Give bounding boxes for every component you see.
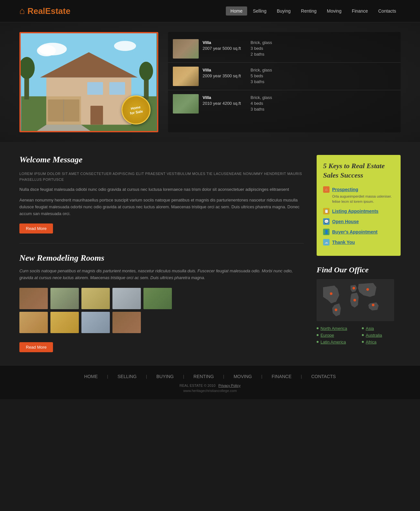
sidebar: 5 Keys to Real Estate Sales Success ⌂ Pr… — [317, 155, 401, 352]
listing-item[interactable]: Villa 2009 year 3500 sq.ft Brick, glass … — [168, 63, 401, 90]
listing-info-3: Villa 2010 year 4200 sq.ft Brick, glass … — [203, 95, 272, 113]
remodeling-thumb-1[interactable] — [19, 288, 48, 309]
divider — [19, 243, 304, 244]
footer-copy: REAL ESTATE © 2010 Privacy Policy — [19, 384, 401, 387]
footer-finance[interactable]: FINANCE — [267, 372, 296, 381]
footer: HOME | SELLING | BUYING | RENTING | MOVI… — [0, 365, 420, 399]
footer-contacts[interactable]: CONTACTS — [307, 372, 340, 381]
listing-link[interactable]: Listing Appointments — [332, 209, 378, 214]
key-item-openhouse: 💬 Open House — [323, 218, 394, 225]
nav-contacts[interactable]: Contacts — [374, 6, 401, 16]
office-north-america[interactable]: North America — [317, 326, 355, 331]
office-title: Find Our Office — [317, 266, 401, 274]
prospecting-icon: ⌂ — [323, 186, 330, 193]
welcome-para2: Aenean nonummy hendrerit maurihasellus p… — [19, 197, 304, 217]
welcome-title: Welcome Message — [19, 155, 304, 165]
svg-point-17 — [114, 41, 136, 51]
svg-point-23 — [353, 299, 356, 301]
footer-selling[interactable]: SELLING — [113, 372, 141, 381]
office-asia[interactable]: Asia — [362, 326, 401, 331]
footer-renting[interactable]: RENTING — [189, 372, 218, 381]
dot-icon — [362, 327, 364, 329]
house-icon: ⌂ — [19, 6, 25, 16]
footer-moving[interactable]: MOVING — [229, 372, 257, 381]
office-australia[interactable]: Australia — [362, 333, 401, 338]
svg-marker-14 — [37, 125, 90, 131]
nav-buying[interactable]: Buying — [272, 6, 295, 16]
office-europe[interactable]: Europe — [317, 333, 355, 338]
svg-rect-9 — [87, 82, 103, 95]
remodeling-thumb-6[interactable] — [19, 312, 48, 333]
keys-box: 5 Keys to Real Estate Sales Success ⌂ Pr… — [317, 155, 401, 256]
remodeling-thumb-9[interactable] — [112, 312, 141, 333]
welcome-para1: Nulla dsce feugiat malesuada odiobi nunc… — [19, 186, 304, 193]
key-item-thankyou: ☁ Thank You — [323, 239, 394, 245]
nav-moving[interactable]: Moving — [322, 6, 346, 16]
dot-icon — [317, 341, 319, 343]
thankyou-link[interactable]: Thank You — [332, 240, 355, 245]
listings-panel: Villa 2007 year 5000 sq.ft Brick, glass … — [168, 32, 401, 132]
buyer-link[interactable]: Buyer's Appointment — [332, 229, 378, 234]
listing-info-2: Villa 2009 year 3500 sq.ft Brick, glass … — [203, 68, 272, 85]
nav-renting[interactable]: Renting — [297, 6, 321, 16]
key-item-listing: 📋 Listing Appointments — [323, 208, 394, 214]
nav-finance[interactable]: Finance — [347, 6, 373, 16]
hero-image-container: Home for Sale — [19, 32, 158, 132]
svg-point-13 — [139, 62, 153, 81]
svg-point-21 — [366, 288, 369, 291]
header: ⌂ RealEstate Home Selling Buying Renting… — [0, 0, 420, 22]
nav-selling[interactable]: Selling — [248, 6, 271, 16]
svg-point-20 — [352, 287, 355, 289]
listing-thumb-1 — [173, 39, 199, 59]
privacy-policy-link[interactable]: Privacy Policy — [218, 384, 240, 387]
dot-icon — [362, 334, 364, 336]
world-map — [317, 279, 394, 321]
footer-url: www.heritagechristiancollege.com — [19, 389, 401, 393]
main-nav: Home Selling Buying Renting Moving Finan… — [226, 6, 401, 16]
logo: ⌂ RealEstate — [19, 6, 70, 16]
prospecting-link[interactable]: Prospecting — [332, 187, 358, 192]
office-col-2: Asia Australia Africa — [362, 326, 401, 346]
office-locations: North America Europe Latin America Asia — [317, 326, 401, 346]
remodeling-thumb-4[interactable] — [112, 288, 141, 309]
office-latin-america[interactable]: Latin America — [317, 340, 355, 344]
svg-point-22 — [372, 304, 374, 306]
keys-title: 5 Keys to Real Estate Sales Success — [323, 161, 394, 180]
listing-item[interactable]: Villa 2007 year 5000 sq.ft Brick, glass … — [168, 35, 401, 63]
listing-icon: 📋 — [323, 208, 330, 214]
svg-rect-11 — [90, 106, 103, 125]
svg-rect-10 — [109, 82, 125, 95]
listing-thumb-2 — [173, 67, 199, 86]
svg-point-19 — [330, 292, 332, 295]
remodeling-thumb-2[interactable] — [50, 288, 79, 309]
listing-info-1: Villa 2007 year 5000 sq.ft Brick, glass … — [203, 40, 272, 58]
welcome-lorem-upper: LOREM IPSUM DOLOR SIT AMET CONSECTETUER … — [19, 171, 304, 182]
remodeling-thumb-5[interactable] — [143, 288, 172, 309]
dot-icon — [362, 341, 364, 343]
main-content: Welcome Message LOREM IPSUM DOLOR SIT AM… — [19, 155, 304, 352]
svg-point-24 — [335, 309, 337, 311]
key-item-prospecting: ⌂ Prospecting Orla augueimperdiet massa … — [323, 186, 394, 204]
content-section: Welcome Message LOREM IPSUM DOLOR SIT AM… — [0, 142, 420, 365]
nav-home[interactable]: Home — [226, 6, 247, 16]
remodeling-images-row2 — [19, 312, 304, 333]
remodeling-thumb-7[interactable] — [50, 312, 79, 333]
logo-text: RealEstate — [27, 6, 70, 16]
footer-home[interactable]: HOME — [80, 372, 102, 381]
remodeling-thumb-3[interactable] — [81, 288, 110, 309]
hero-section: Home for Sale Villa 2007 year 5000 sq.ft… — [0, 22, 420, 142]
office-col-1: North America Europe Latin America — [317, 326, 355, 346]
remodeling-title: New Remodeling Rooms — [19, 253, 304, 263]
buyer-icon: 👤 — [323, 229, 330, 235]
dot-icon — [317, 327, 319, 329]
listing-item[interactable]: Villa 2010 year 4200 sq.ft Brick, glass … — [168, 90, 401, 117]
welcome-read-more[interactable]: Read More — [19, 223, 53, 234]
thankyou-icon: ☁ — [323, 239, 330, 245]
remodeling-read-more[interactable]: Read More — [19, 342, 53, 352]
remodeling-thumb-8[interactable] — [81, 312, 110, 333]
footer-buying[interactable]: BUYING — [152, 372, 178, 381]
svg-point-16 — [37, 45, 56, 56]
openhouse-link[interactable]: Open House — [332, 219, 359, 224]
office-africa[interactable]: Africa — [362, 340, 401, 344]
remodeling-images-row1 — [19, 288, 304, 309]
